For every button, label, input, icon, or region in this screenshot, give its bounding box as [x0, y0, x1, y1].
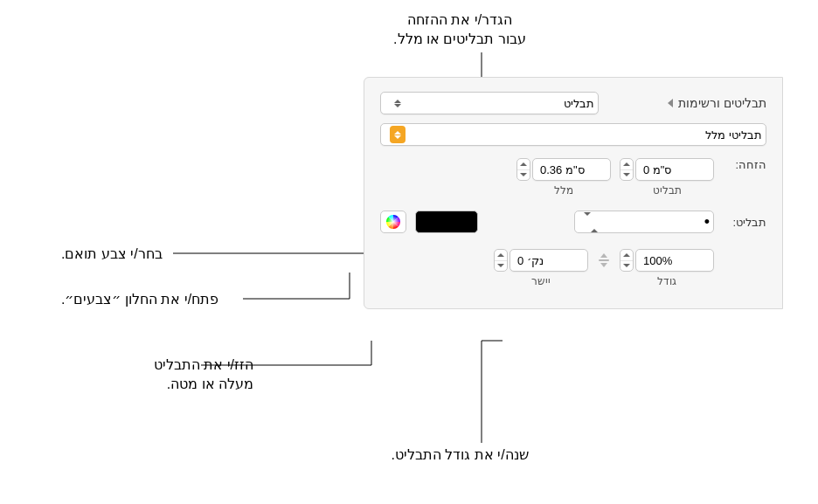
- stepper-down-icon[interactable]: [620, 170, 633, 181]
- stepper-up-icon[interactable]: [517, 159, 530, 170]
- bullets-lists-panel: תבליטים ורשימות תבליט תבליטי מלל הזחה: 0…: [364, 77, 783, 309]
- stepper-down-icon[interactable]: [495, 261, 507, 272]
- callout-size: שנה/י את גודל התבליט.: [346, 445, 573, 465]
- callout-shift: הזז/י את התבליט מעלה או מטה.: [61, 356, 253, 393]
- text-indent-sublabel: מלל: [554, 184, 573, 197]
- color-wheel-icon: [385, 213, 402, 231]
- align-stepper[interactable]: [494, 249, 508, 272]
- updown-arrows-icon: [390, 94, 406, 112]
- size-stepper[interactable]: [620, 249, 634, 272]
- stepper-down-icon[interactable]: [517, 170, 530, 181]
- section-title: תבליטים ורשימות: [678, 96, 766, 110]
- bullet-indent-field: 0 ס"מ: [620, 158, 714, 181]
- callout-indent: הגדר/י את ההזחה עבור תבליטים או מלל.: [346, 10, 573, 48]
- size-input[interactable]: 100%: [635, 249, 714, 272]
- bullet-label: תבליט:: [723, 216, 766, 229]
- callout-open-colors: פתח/י את החלון ״צבעים״.: [61, 290, 218, 309]
- indent-label: הזחה:: [723, 158, 766, 171]
- align-input[interactable]: 0 נק׳: [510, 249, 588, 272]
- bullet-color-swatch[interactable]: [415, 211, 478, 233]
- bullet-indent-input[interactable]: 0 ס"מ: [635, 158, 714, 181]
- text-indent-input[interactable]: 0.36 ס"מ: [532, 158, 611, 181]
- size-field: 100%: [620, 249, 714, 272]
- bullet-indent-stepper[interactable]: [620, 158, 634, 181]
- bullet-symbol-popup[interactable]: •: [574, 211, 714, 233]
- color-well-button[interactable]: [380, 211, 406, 233]
- section-header[interactable]: תבליטים ורשימות תבליט: [380, 92, 766, 114]
- stepper-up-icon[interactable]: [620, 159, 633, 170]
- align-sublabel: יישר: [531, 275, 551, 287]
- updown-arrows-icon: [390, 126, 406, 143]
- bullet-style-popup[interactable]: תבליטי מלל: [380, 123, 766, 146]
- bullets-type-value: תבליט: [564, 97, 594, 110]
- stepper-up-icon[interactable]: [495, 250, 507, 261]
- stepper-down-icon[interactable]: [620, 261, 633, 272]
- bullet-style-value: תבליטי מלל: [705, 128, 762, 142]
- updown-arrows-icon: [584, 216, 598, 229]
- svg-point-11: [386, 215, 400, 229]
- callout-indent-line1: הגדר/י את ההזחה עבור תבליטים או מלל.: [393, 12, 526, 46]
- bullet-symbol-value: •: [704, 213, 710, 231]
- callout-match-color: בחר/י צבע תואם.: [61, 245, 163, 264]
- align-field: 0 נק׳: [494, 249, 588, 272]
- bullets-type-popup[interactable]: תבליט: [380, 92, 599, 114]
- stepper-up-icon[interactable]: [620, 250, 633, 261]
- size-sublabel: גודל: [657, 275, 676, 287]
- bullet-indent-sublabel: תבליט: [653, 184, 682, 197]
- text-indent-stepper[interactable]: [516, 158, 530, 181]
- align-icon: [597, 253, 611, 267]
- disclosure-icon: [668, 99, 673, 107]
- text-indent-field: 0.36 ס"מ: [516, 158, 611, 181]
